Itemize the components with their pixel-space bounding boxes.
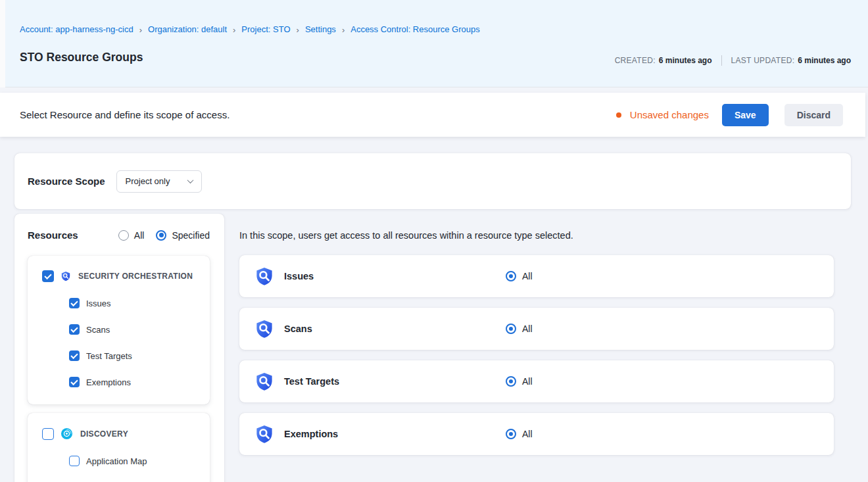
shield-search-icon bbox=[254, 266, 274, 286]
resource-item-scans[interactable]: Scans bbox=[69, 324, 201, 335]
radio-all-label: All bbox=[134, 230, 145, 241]
item-label: Application Map bbox=[86, 456, 147, 466]
resource-item-test-targets[interactable]: Test Targets bbox=[69, 350, 201, 361]
resource-row-exemptions: Exemptions All bbox=[239, 413, 834, 455]
radar-icon bbox=[60, 427, 73, 440]
group-items: Issues Scans Test Targets Exemptions bbox=[69, 298, 201, 387]
shield-search-icon bbox=[254, 319, 274, 339]
item-label: Issues bbox=[86, 299, 111, 308]
toolbar-actions: Unsaved changes Save Discard bbox=[616, 104, 843, 126]
item-label: Test Targets bbox=[86, 351, 132, 361]
last-updated-value: 6 minutes ago bbox=[798, 56, 851, 65]
group-checkbox-security-orchestration[interactable] bbox=[42, 270, 54, 282]
radio-all-access-icon[interactable] bbox=[506, 271, 516, 281]
last-updated-label: LAST UPDATED: bbox=[731, 56, 795, 65]
checkbox-issues[interactable] bbox=[69, 298, 80, 308]
resource-scope-select[interactable]: Project only bbox=[116, 170, 202, 193]
page-header: Account: app-harness-ng-cicd › Organizat… bbox=[0, 0, 868, 87]
breadcrumb: Account: app-harness-ng-cicd › Organizat… bbox=[20, 24, 480, 34]
access-all-label: All bbox=[522, 324, 533, 334]
access-radio-group: All bbox=[506, 360, 533, 402]
shield-search-icon bbox=[60, 271, 71, 281]
toolbar-description: Select Resource and define its scope of … bbox=[20, 109, 616, 120]
checkbox-application-map[interactable] bbox=[69, 456, 80, 466]
shield-search-icon bbox=[254, 372, 274, 391]
created-meta: CREATED:6 minutes ago bbox=[615, 56, 712, 65]
access-radio-group: All bbox=[506, 308, 533, 350]
meta-divider bbox=[721, 55, 722, 66]
radio-all-access-icon[interactable] bbox=[506, 324, 516, 334]
resource-scope-selected-value: Project only bbox=[126, 176, 170, 186]
access-radio-group: All bbox=[506, 413, 533, 455]
resource-rows: Issues All Scans All Test Targets All bbox=[239, 255, 834, 455]
breadcrumb-link-organization[interactable]: Organization: default bbox=[148, 24, 227, 34]
shield-search-icon bbox=[254, 424, 274, 444]
group-header[interactable]: SECURITY ORCHESTRATION bbox=[42, 270, 201, 282]
scope-note: In this scope, users get access to all r… bbox=[239, 230, 573, 241]
created-label: CREATED: bbox=[615, 56, 656, 65]
breadcrumb-link-project[interactable]: Project: STO bbox=[241, 24, 290, 34]
group-name-label: SECURITY ORCHESTRATION bbox=[78, 272, 193, 281]
resource-scope-card: Resource Scope Project only bbox=[14, 153, 851, 209]
unsaved-changes-indicator: Unsaved changes bbox=[616, 109, 709, 120]
radio-specified-label: Specified bbox=[172, 230, 210, 241]
checkbox-test-targets[interactable] bbox=[69, 350, 80, 361]
row-label: Exemptions bbox=[284, 429, 338, 439]
last-updated-meta: LAST UPDATED:6 minutes ago bbox=[731, 56, 852, 65]
page-title: STO Resource Groups bbox=[20, 51, 143, 64]
resource-item-application-map[interactable]: Application Map bbox=[69, 456, 201, 466]
access-all-label: All bbox=[522, 429, 533, 439]
radio-all-icon[interactable] bbox=[118, 230, 129, 241]
access-all-label: All bbox=[522, 271, 533, 281]
resource-groups-page: Account: app-harness-ng-cicd › Organizat… bbox=[0, 0, 868, 482]
access-all-label: All bbox=[522, 376, 533, 387]
resource-row-issues: Issues All bbox=[239, 255, 834, 297]
checkbox-scans[interactable] bbox=[69, 324, 80, 335]
chevron-right-icon: › bbox=[297, 25, 299, 34]
row-label: Issues bbox=[284, 271, 314, 281]
row-label: Scans bbox=[284, 324, 312, 334]
resources-mode-radios: All Specified bbox=[118, 230, 210, 241]
resource-group-discovery: DISCOVERY Application Map bbox=[28, 413, 210, 482]
access-radio-group: All bbox=[506, 255, 533, 297]
group-header[interactable]: DISCOVERY bbox=[42, 427, 201, 440]
header-meta: CREATED:6 minutes ago LAST UPDATED:6 min… bbox=[615, 55, 851, 66]
item-label: Scans bbox=[86, 325, 110, 335]
resource-row-scans: Scans All bbox=[239, 308, 834, 350]
radio-specified-icon[interactable] bbox=[156, 230, 166, 241]
chevron-right-icon: › bbox=[233, 25, 235, 34]
resource-row-test-targets: Test Targets All bbox=[239, 360, 834, 402]
resources-panel-header: Resources All Specified bbox=[28, 229, 210, 241]
radio-all-access-icon[interactable] bbox=[506, 429, 516, 439]
discard-button[interactable]: Discard bbox=[784, 104, 843, 126]
resources-panel: Resources All Specified SECURITY ORCHEST… bbox=[14, 214, 224, 482]
unsaved-dot-icon bbox=[616, 112, 621, 118]
created-value: 6 minutes ago bbox=[659, 56, 712, 65]
radio-option-specified[interactable]: Specified bbox=[156, 230, 210, 241]
chevron-right-icon: › bbox=[342, 25, 345, 34]
chevron-right-icon: › bbox=[139, 25, 142, 34]
save-button[interactable]: Save bbox=[722, 104, 769, 126]
resource-item-exemptions[interactable]: Exemptions bbox=[69, 377, 201, 387]
checkbox-exemptions[interactable] bbox=[69, 377, 80, 387]
breadcrumb-link-settings[interactable]: Settings bbox=[305, 24, 336, 34]
group-name-label: DISCOVERY bbox=[80, 429, 128, 439]
group-checkbox-discovery[interactable] bbox=[42, 428, 54, 440]
action-toolbar: Select Resource and define its scope of … bbox=[0, 93, 865, 137]
row-label: Test Targets bbox=[284, 376, 339, 387]
radio-all-access-icon[interactable] bbox=[506, 376, 516, 387]
resource-group-security-orchestration: SECURITY ORCHESTRATION Issues Scans Test… bbox=[28, 256, 210, 404]
chevron-down-icon bbox=[187, 177, 193, 183]
resource-item-issues[interactable]: Issues bbox=[69, 298, 201, 308]
left-gutter bbox=[0, 0, 5, 87]
resource-scope-label: Resource Scope bbox=[28, 176, 105, 187]
breadcrumb-link-account[interactable]: Account: app-harness-ng-cicd bbox=[20, 24, 133, 34]
item-label: Exemptions bbox=[86, 377, 131, 387]
breadcrumb-link-access-control[interactable]: Access Control: Resource Groups bbox=[350, 24, 480, 34]
resources-title: Resources bbox=[28, 229, 78, 241]
radio-option-all[interactable]: All bbox=[118, 230, 145, 241]
unsaved-changes-label: Unsaved changes bbox=[630, 109, 709, 120]
group-items: Application Map bbox=[69, 456, 201, 466]
